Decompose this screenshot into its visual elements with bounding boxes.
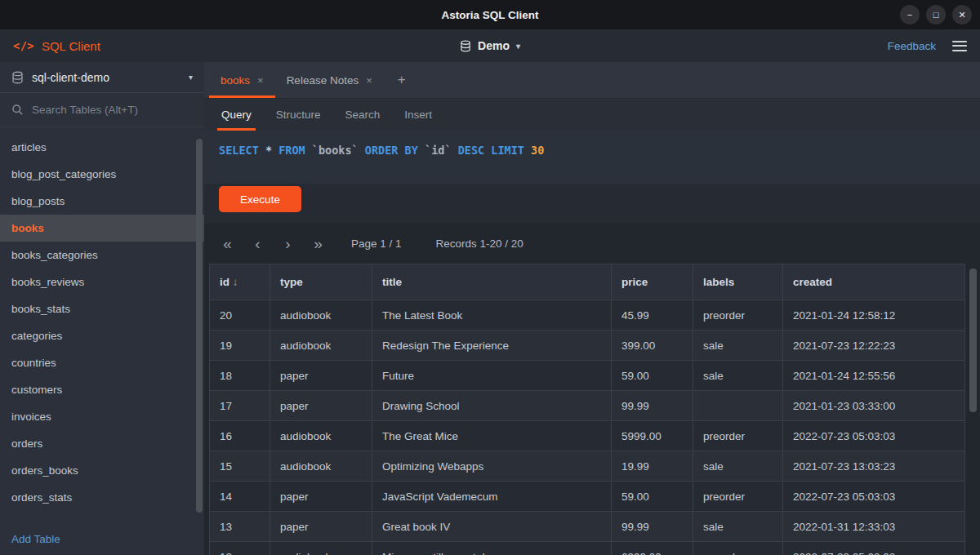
cell-labels[interactable]: sale bbox=[693, 361, 783, 391]
close-tab-icon[interactable]: × bbox=[257, 74, 264, 87]
cell-type[interactable]: audiobook bbox=[270, 421, 372, 451]
sidebar-item-customers[interactable]: customers bbox=[0, 376, 204, 403]
sidebar-item-books[interactable]: books bbox=[0, 215, 204, 242]
cell-price[interactable]: 19.99 bbox=[612, 451, 693, 482]
cell-labels[interactable]: sale bbox=[693, 512, 783, 542]
cell-title[interactable]: The Great Mice bbox=[372, 421, 612, 451]
subtab-search[interactable]: Search bbox=[333, 99, 393, 131]
cell-price[interactable]: 59.00 bbox=[612, 361, 693, 391]
cell-type[interactable]: paper bbox=[270, 482, 372, 512]
cell-type[interactable]: audiobook bbox=[270, 542, 372, 555]
cell-price[interactable]: 6999.00 bbox=[612, 542, 693, 555]
sidebar-item-orders_books[interactable]: orders_books bbox=[0, 457, 204, 484]
sidebar-item-categories[interactable]: categories bbox=[0, 322, 204, 349]
column-header-labels[interactable]: labels bbox=[693, 264, 783, 300]
cell-created[interactable]: 2022-07-23 05:03:03 bbox=[783, 421, 965, 451]
first-page-button[interactable]: « bbox=[212, 224, 243, 264]
cell-labels[interactable]: sale bbox=[693, 451, 783, 482]
cell-title[interactable]: JavaScript Vademecum bbox=[372, 482, 612, 512]
connection-selector[interactable]: sql-client-demo ▾ bbox=[0, 62, 204, 93]
cell-title[interactable]: Drawing School bbox=[372, 391, 612, 421]
column-header-price[interactable]: price bbox=[612, 264, 693, 300]
minimize-button[interactable]: − bbox=[900, 5, 920, 24]
sidebar-item-articles[interactable]: articles bbox=[0, 134, 204, 161]
cell-title[interactable]: Future bbox=[372, 361, 612, 391]
tab-books[interactable]: books× bbox=[209, 62, 275, 98]
cell-labels[interactable]: preorder bbox=[693, 542, 783, 555]
close-tab-icon[interactable]: × bbox=[366, 74, 372, 87]
cell-title[interactable]: Optimizing Webapps bbox=[372, 451, 612, 482]
sidebar-item-books_categories[interactable]: books_categories bbox=[0, 242, 204, 269]
results-scrollbar[interactable] bbox=[969, 269, 977, 412]
column-header-created[interactable]: created bbox=[783, 264, 965, 300]
execute-button[interactable]: Execute bbox=[219, 186, 301, 212]
add-table-button[interactable]: Add Table bbox=[0, 522, 204, 555]
cell-title[interactable]: Great book IV bbox=[372, 512, 612, 542]
cell-title[interactable]: Redesign The Experience bbox=[372, 331, 612, 361]
environment-dropdown[interactable]: Demo ▾ bbox=[460, 39, 520, 52]
cell-labels[interactable]: preorder bbox=[693, 421, 783, 451]
column-header-title[interactable]: title bbox=[372, 264, 612, 300]
sidebar-item-blog_posts[interactable]: blog_posts bbox=[0, 188, 204, 215]
maximize-button[interactable]: □ bbox=[926, 5, 946, 24]
cell-created[interactable]: 2022-07-23 05:03:03 bbox=[783, 482, 965, 512]
cell-labels[interactable]: preorder bbox=[693, 300, 783, 331]
cell-type[interactable]: paper bbox=[270, 361, 372, 391]
sidebar-item-books_reviews[interactable]: books_reviews bbox=[0, 269, 204, 295]
cell-created[interactable]: 2021-07-23 13:03:23 bbox=[783, 451, 965, 482]
cell-id[interactable]: 12 bbox=[210, 542, 270, 555]
last-page-button[interactable]: » bbox=[303, 224, 333, 264]
subtab-insert[interactable]: Insert bbox=[392, 99, 444, 131]
cell-type[interactable]: paper bbox=[270, 391, 372, 421]
sidebar-item-invoices[interactable]: invoices bbox=[0, 403, 204, 430]
sidebar-scrollbar[interactable] bbox=[196, 139, 203, 513]
cell-labels[interactable]: preorder bbox=[693, 482, 783, 512]
tab-release-notes[interactable]: Release Notes× bbox=[275, 62, 384, 98]
cell-price[interactable]: 5999.00 bbox=[612, 421, 693, 451]
cell-created[interactable]: 2021-01-24 12:58:12 bbox=[783, 300, 965, 331]
cell-price[interactable]: 99.99 bbox=[612, 391, 693, 421]
cell-id[interactable]: 15 bbox=[210, 451, 270, 482]
cell-created[interactable]: 2021-01-23 03:33:00 bbox=[783, 391, 965, 421]
cell-labels[interactable]: sale bbox=[693, 331, 783, 361]
cell-price[interactable]: 99.99 bbox=[612, 512, 693, 542]
sidebar-item-countries[interactable]: countries bbox=[0, 349, 204, 376]
new-tab-button[interactable]: + bbox=[384, 62, 420, 98]
sidebar-item-orders[interactable]: orders bbox=[0, 430, 204, 457]
feedback-link[interactable]: Feedback bbox=[888, 40, 936, 52]
cell-id[interactable]: 13 bbox=[210, 512, 270, 542]
subtab-structure[interactable]: Structure bbox=[264, 99, 333, 131]
menu-icon[interactable] bbox=[952, 38, 967, 54]
cell-id[interactable]: 17 bbox=[210, 391, 270, 421]
cell-title[interactable]: The Latest Book bbox=[372, 300, 612, 331]
sql-editor[interactable]: SELECT * FROM `books` ORDER BY `id` DESC… bbox=[204, 131, 980, 184]
cell-type[interactable]: audiobook bbox=[270, 300, 372, 331]
cell-price[interactable]: 59.00 bbox=[612, 482, 693, 512]
cell-id[interactable]: 20 bbox=[210, 300, 270, 331]
cell-created[interactable]: 2021-07-23 12:22:23 bbox=[783, 331, 965, 361]
cell-price[interactable]: 399.00 bbox=[612, 331, 693, 361]
cell-id[interactable]: 16 bbox=[210, 421, 270, 451]
subtab-query[interactable]: Query bbox=[209, 99, 264, 131]
cell-type[interactable]: paper bbox=[270, 512, 372, 542]
cell-created[interactable]: 2021-01-24 12:55:56 bbox=[783, 361, 965, 391]
cell-title[interactable]: Mice are still so cute! bbox=[372, 542, 612, 555]
close-button[interactable]: ✕ bbox=[952, 5, 972, 24]
column-header-id[interactable]: id ↓ bbox=[210, 264, 270, 300]
sidebar-item-blog_post_categories[interactable]: blog_post_categories bbox=[0, 161, 204, 188]
next-page-button[interactable]: › bbox=[273, 224, 303, 264]
cell-created[interactable]: 2022-01-31 12:33:03 bbox=[783, 512, 965, 542]
prev-page-button[interactable]: ‹ bbox=[243, 224, 273, 264]
cell-type[interactable]: audiobook bbox=[270, 331, 372, 361]
cell-labels[interactable] bbox=[693, 391, 783, 421]
sidebar-item-orders_stats[interactable]: orders_stats bbox=[0, 484, 204, 511]
cell-id[interactable]: 19 bbox=[210, 331, 270, 361]
cell-id[interactable]: 14 bbox=[210, 482, 270, 512]
search-tables-input[interactable] bbox=[32, 104, 179, 116]
sidebar-item-books_stats[interactable]: books_stats bbox=[0, 295, 204, 322]
cell-id[interactable]: 18 bbox=[210, 361, 270, 391]
column-header-type[interactable]: type bbox=[270, 264, 372, 300]
cell-price[interactable]: 45.99 bbox=[612, 300, 693, 331]
cell-type[interactable]: audiobook bbox=[270, 451, 372, 482]
cell-created[interactable]: 2022-07-23 05:03:03 bbox=[783, 542, 965, 555]
